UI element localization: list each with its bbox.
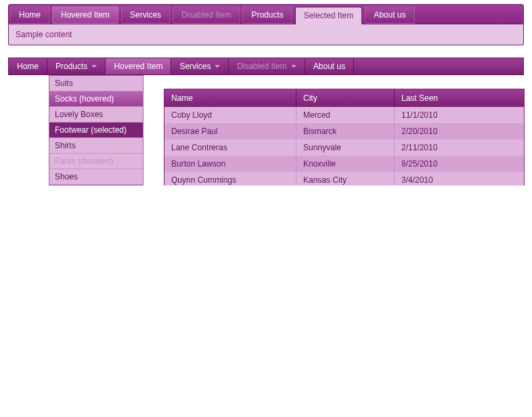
table-row[interactable]: Burton LawsonKnoxville8/25/2010 [164,156,524,172]
hmenu-services[interactable]: Services [171,58,229,74]
data-grid: Name City Last Seen Coby LloydMerced11/1… [164,89,525,185]
hmenu-disabled-label: Disabled Item [237,62,286,71]
hmenu-products[interactable]: Products [47,58,106,74]
submenu-item-socks[interactable]: Socks (hovered) [49,91,143,107]
cell: 2/20/2010 [395,123,524,139]
hmenu-disabled: Disabled Item [229,58,305,74]
grid-body: Coby LloydMerced11/1/2010Desirae PaulBis… [164,107,524,185]
tab-products[interactable]: Products [242,6,292,24]
cell: 2/11/2010 [395,139,524,156]
table-row[interactable]: Desirae PaulBismarck2/20/2010 [164,123,524,139]
submenu-item-shirts[interactable]: Shirts [49,138,143,154]
cell: Knoxville [296,156,395,172]
submenu-item-footwear[interactable]: Footwear (selected) [49,123,143,138]
hmenu-services-label: Services [179,62,210,71]
horizontal-menu: Home Products Hovered Item Services Disa… [8,58,524,75]
grid-header: Name City Last Seen [164,89,524,107]
submenu-item-pants: Pants (disabled) [49,154,143,169]
table-row[interactable]: Quynn CummingsKansas City3/4/2010 [164,172,524,185]
cell: 3/4/2010 [395,172,524,185]
table-row[interactable]: Coby LloydMerced11/1/2010 [164,107,524,123]
cell: Desirae Paul [164,123,296,139]
submenu-products: Suits Socks (hovered) Lovely Boxes Footw… [49,75,143,185]
tab-bar: Home Hovered Item Services Disabled Item… [8,4,524,24]
tab-hovered[interactable]: Hovered Item [52,6,118,24]
col-city[interactable]: City [296,89,395,107]
cell: Coby Lloyd [164,107,296,123]
tab-selected[interactable]: Selected Item [295,7,362,24]
cell: Merced [296,107,395,123]
hmenu-about[interactable]: About us [305,58,354,74]
tab-content: Sample content [8,24,524,45]
cell: Quynn Cummings [164,172,296,185]
hmenu-home[interactable]: Home [9,58,47,74]
tab-services[interactable]: Services [121,6,170,24]
cell: Burton Lawson [164,156,296,172]
submenu-item-suits[interactable]: Suits [49,76,143,91]
hmenu-hovered[interactable]: Hovered Item [106,58,171,74]
hmenu-products-label: Products [56,62,87,71]
tab-about[interactable]: About us [365,6,414,24]
col-lastseen[interactable]: Last Seen [395,89,524,107]
chevron-down-icon [91,65,97,68]
col-name[interactable]: Name [164,89,296,107]
cell: Lane Contreras [164,139,296,156]
cell: Kansas City [296,172,395,185]
chevron-down-icon [291,65,296,68]
cell: 11/1/2010 [395,107,524,123]
submenu-item-shoes[interactable]: Shoes [49,169,143,185]
cell: Sunnyvale [296,139,395,156]
chevron-down-icon [215,65,220,68]
cell: Bismarck [296,123,395,139]
submenu-item-boxes[interactable]: Lovely Boxes [49,107,143,123]
tab-disabled: Disabled Item [173,6,240,24]
cell: 8/25/2010 [395,156,524,172]
table-row[interactable]: Lane ContrerasSunnyvale2/11/2010 [164,139,524,156]
tab-home[interactable]: Home [10,6,49,24]
